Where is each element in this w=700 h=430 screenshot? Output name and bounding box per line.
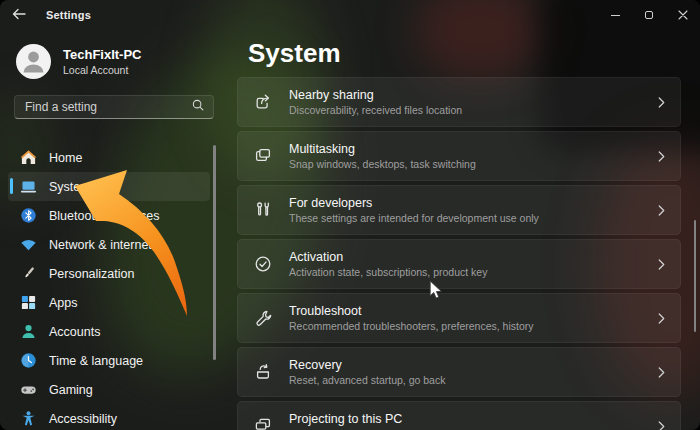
person-silhouette-icon	[16, 44, 51, 79]
gamepad-icon	[20, 381, 37, 398]
card-title: Nearby sharing	[289, 88, 462, 102]
sidebar-item-bluetooth-devices[interactable]: Bluetooth & devices	[8, 201, 210, 230]
wrench-icon	[253, 308, 273, 328]
back-arrow-icon	[12, 6, 26, 24]
close-button[interactable]	[666, 0, 700, 30]
search-box	[14, 95, 214, 119]
card-subtitle: Snap windows, desktops, task switching	[289, 158, 476, 170]
settings-card-troubleshoot[interactable]: Troubleshoot Recommended troubleshooters…	[237, 293, 681, 343]
card-subtitle: These settings are intended for developm…	[289, 212, 539, 224]
content-scrollbar[interactable]	[694, 220, 697, 332]
sidebar-item-network-internet[interactable]: Network & internet	[8, 230, 210, 259]
home-icon	[20, 149, 37, 166]
card-title: Troubleshoot	[289, 304, 534, 318]
main-content: System Nearby sharing Discoverability, r…	[230, 30, 700, 430]
settings-card-multitasking[interactable]: Multitasking Snap windows, desktops, tas…	[237, 131, 681, 181]
chevron-right-icon	[657, 311, 666, 326]
check-circle-icon	[253, 254, 273, 274]
paintbrush-icon	[20, 265, 37, 282]
sidebar-item-home[interactable]: Home	[8, 143, 210, 172]
window-controls	[598, 0, 700, 30]
card-title: Projecting to this PC	[289, 412, 476, 426]
sidebar-item-label: Time & language	[49, 354, 143, 368]
card-title: Activation	[289, 250, 487, 264]
settings-card-projecting[interactable]: Projecting to this PC Permissions, pairi…	[237, 401, 681, 430]
search-input[interactable]	[23, 99, 191, 115]
titlebar: Settings	[0, 0, 700, 30]
settings-card-list: Nearby sharing Discoverability, received…	[237, 77, 681, 430]
bluetooth-icon	[20, 207, 37, 224]
maximize-button[interactable]	[632, 0, 666, 30]
sidebar-item-apps[interactable]: Apps	[8, 288, 210, 317]
card-title: For developers	[289, 196, 539, 210]
chevron-right-icon	[657, 419, 666, 430]
sidebar-item-label: Personalization	[49, 267, 134, 281]
card-subtitle: Activation state, subscriptions, product…	[289, 266, 487, 278]
wifi-icon	[20, 236, 37, 253]
avatar	[16, 44, 51, 79]
settings-card-for-developers[interactable]: For developers These settings are intend…	[237, 185, 681, 235]
clock-icon	[20, 352, 37, 369]
sidebar-item-label: Home	[49, 151, 82, 165]
close-icon	[678, 6, 688, 24]
card-title: Multitasking	[289, 142, 476, 156]
settings-card-recovery[interactable]: Recovery Reset, advanced startup, go bac…	[237, 347, 681, 397]
sidebar-item-label: System	[49, 180, 91, 194]
sidebar-scrollbar[interactable]	[213, 145, 216, 360]
settings-window: Settings TechFixIt-PC Local Account	[0, 0, 700, 430]
sidebar-item-system[interactable]: System	[8, 172, 210, 201]
sidebar-item-time-language[interactable]: Time & language	[8, 346, 210, 375]
pc-name: TechFixIt-PC	[63, 47, 142, 62]
sidebar-item-accessibility[interactable]: Accessibility	[8, 404, 210, 430]
sidebar-item-accounts[interactable]: Accounts	[8, 317, 210, 346]
minimize-icon	[611, 15, 620, 16]
maximize-icon	[645, 11, 653, 19]
accessibility-person-icon	[20, 410, 37, 427]
multitask-windows-icon	[253, 146, 273, 166]
search-icon	[191, 98, 205, 116]
chevron-right-icon	[657, 149, 666, 164]
sidebar-nav: Home System Bluetooth & devices Network …	[8, 143, 210, 430]
sidebar-item-label: Network & internet	[49, 238, 152, 252]
account-type: Local Account	[63, 64, 142, 76]
card-subtitle: Recommended troubleshooters, preferences…	[289, 320, 534, 332]
chevron-right-icon	[657, 95, 666, 110]
sidebar: TechFixIt-PC Local Account Home System	[0, 30, 230, 430]
sidebar-item-label: Gaming	[49, 383, 93, 397]
page-title: System	[248, 38, 341, 69]
chevron-right-icon	[657, 203, 666, 218]
window-title: Settings	[46, 9, 91, 21]
apps-grid-icon	[20, 294, 37, 311]
sidebar-item-label: Accessibility	[49, 412, 117, 426]
card-subtitle: Reset, advanced startup, go back	[289, 374, 445, 386]
sidebar-item-label: Accounts	[49, 325, 100, 339]
settings-card-nearby-sharing[interactable]: Nearby sharing Discoverability, received…	[237, 77, 681, 127]
card-subtitle: Discoverability, received files location	[289, 104, 462, 116]
system-laptop-icon	[20, 178, 37, 195]
recovery-box-icon	[253, 362, 273, 382]
share-icon	[253, 92, 273, 112]
minimize-button[interactable]	[598, 0, 632, 30]
person-icon	[20, 323, 37, 340]
projecting-screens-icon	[253, 416, 273, 430]
sidebar-item-gaming[interactable]: Gaming	[8, 375, 210, 404]
chevron-right-icon	[657, 257, 666, 272]
sidebar-item-label: Bluetooth & devices	[49, 209, 160, 223]
developer-tools-icon	[253, 200, 273, 220]
settings-card-activation[interactable]: Activation Activation state, subscriptio…	[237, 239, 681, 289]
sidebar-item-label: Apps	[49, 296, 78, 310]
sidebar-item-personalization[interactable]: Personalization	[8, 259, 210, 288]
chevron-right-icon	[657, 365, 666, 380]
back-button[interactable]	[4, 0, 34, 30]
card-title: Recovery	[289, 358, 445, 372]
user-profile[interactable]: TechFixIt-PC Local Account	[16, 44, 230, 79]
